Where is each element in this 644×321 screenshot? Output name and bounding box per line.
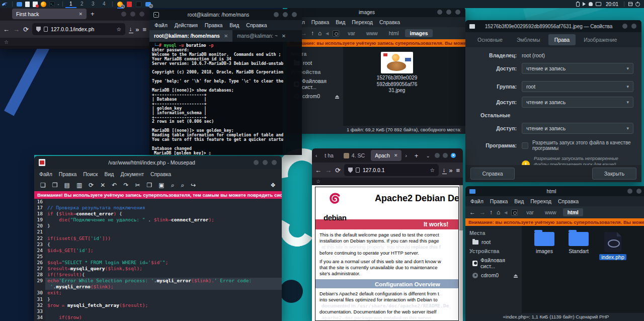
maximize-button[interactable] (283, 12, 288, 17)
maximize-button[interactable] (263, 160, 268, 165)
url-bar[interactable]: 127.0.0.1 ☆ (344, 164, 439, 176)
breadcrumb-item[interactable]: var (343, 29, 360, 37)
terminal-launcher-icon[interactable]: >_ (49, 2, 55, 7)
firefox-launcher-icon[interactable] (41, 2, 46, 7)
sidebar-item-filesystem[interactable]: Файловая сист... (465, 256, 522, 271)
maximize-button[interactable] (443, 153, 448, 158)
breadcrumb-item[interactable]: html (384, 29, 404, 37)
title-bar[interactable]: html (465, 186, 644, 196)
forward-icon[interactable]: → (325, 167, 332, 174)
scroll-tabs-right-icon[interactable]: › (404, 153, 408, 158)
url-bar[interactable]: 127.0.0.1/index.ph ☆ (32, 23, 125, 35)
workspace-button[interactable]: 3 (88, 0, 99, 8)
maximize-button[interactable] (622, 24, 627, 29)
import-bookmarks-icon[interactable]: ☆ (4, 39, 9, 45)
url-text[interactable]: 127.0.0.1 (363, 167, 385, 173)
minimize-button[interactable] (437, 10, 442, 15)
close-window-button[interactable] (455, 10, 460, 15)
overflow-chevron-icon[interactable]: » (449, 167, 452, 174)
notifications-tray-icon[interactable] (589, 2, 593, 6)
back-icon[interactable]: ← (3, 26, 10, 33)
close-file-icon[interactable]: ✕ (100, 182, 105, 189)
reload-icon[interactable]: ⟳ (335, 167, 341, 174)
undo-icon[interactable]: ↶ (112, 182, 117, 189)
menu-item[interactable]: Справка (150, 171, 171, 177)
reload-icon[interactable]: ⟳ (89, 182, 94, 189)
menu-item[interactable]: Файл (154, 22, 168, 28)
search-replace-icon[interactable]: ⌕ (181, 182, 184, 189)
forward-icon[interactable]: → (13, 26, 20, 33)
workspace-button[interactable]: 4 (99, 0, 110, 8)
breadcrumb-item[interactable]: images (405, 29, 432, 37)
menu-item[interactable]: Справка (558, 198, 579, 204)
taskbar-firefox-icon[interactable]: 2 (117, 2, 123, 7)
home-icon[interactable]: ⌂ (497, 209, 500, 216)
bookmark-star-icon[interactable]: ☆ (116, 26, 121, 33)
hamburger-menu-icon[interactable]: ≡ (456, 167, 460, 174)
menu-item[interactable]: Файл (470, 198, 484, 204)
go-to-icon[interactable]: ↪ (191, 182, 196, 189)
menu-item[interactable]: Правка (59, 171, 76, 177)
menu-item[interactable]: Действия (175, 22, 198, 28)
menu-item[interactable]: Переход (352, 19, 373, 25)
close-window-button[interactable] (139, 12, 144, 17)
filesystem-icon[interactable] (511, 209, 518, 216)
clock[interactable]: 20:01 (606, 2, 618, 7)
maximize-button[interactable] (636, 189, 641, 194)
close-tab-icon[interactable]: ✕ (78, 12, 83, 17)
menu-item[interactable]: Документ (120, 171, 144, 177)
redo-icon[interactable]: ↷ (123, 182, 128, 189)
close-button[interactable]: Закрыть (592, 168, 636, 180)
close-window-button[interactable] (272, 160, 277, 165)
tracking-shield-icon[interactable] (348, 168, 353, 173)
tab-apache[interactable]: Apach ✕ (371, 150, 401, 161)
hamburger-menu-icon[interactable]: ≡ (142, 26, 146, 33)
minimize-button[interactable] (121, 12, 126, 17)
breadcrumb-item[interactable]: www (362, 29, 382, 37)
properties-tab[interactable]: Основные (471, 34, 509, 45)
file-item-index-php[interactable]: index.php (599, 232, 626, 260)
url-text[interactable]: 127.0.0.1/index.ph (51, 26, 94, 32)
menu-item[interactable]: Вид (514, 198, 524, 204)
menu-item[interactable]: Поиск (83, 171, 98, 177)
folder-item-images[interactable]: images (531, 232, 558, 260)
menu-item[interactable]: Правка (311, 19, 329, 25)
packages-tray-icon[interactable] (628, 2, 632, 6)
page-info-icon[interactable] (356, 168, 360, 173)
taskbar-mousepad-icon[interactable] (127, 2, 132, 7)
title-bar[interactable]: 15276b3f09e0029592db899056af7631.jpeg — … (465, 20, 641, 32)
tab-first-hack[interactable]: First hack ✕ (12, 9, 87, 19)
menu-item[interactable]: Вид (229, 22, 239, 28)
tracking-shield-icon[interactable] (36, 27, 41, 32)
workspace-button[interactable]: 2 (76, 0, 88, 8)
maximize-button[interactable] (446, 10, 451, 15)
eject-icon[interactable] (514, 274, 518, 276)
group-access-select[interactable]: чтение и запись ▾ (522, 97, 633, 108)
maximize-button[interactable] (130, 12, 135, 17)
owner-access-select[interactable]: чтение и запись ▾ (522, 63, 633, 74)
close-tab-icon[interactable]: ✕ (394, 153, 398, 158)
list-tabs-icon[interactable]: ⌄ (424, 153, 431, 158)
menu-item[interactable]: Вид (104, 171, 114, 177)
minimize-button[interactable] (627, 189, 632, 194)
terminal-tab-mans[interactable]: mans@kaliman: ~ ✕ (232, 30, 290, 42)
sidebar-item-root[interactable]: root (465, 237, 522, 247)
title-bar[interactable]: >_ root@kaliman: /home/mans (149, 9, 302, 20)
new-tab-button[interactable]: + (415, 152, 419, 159)
filesystem-icon[interactable] (333, 30, 339, 37)
mousepad-launcher-icon[interactable] (33, 2, 38, 7)
back-icon[interactable]: ← (315, 167, 321, 174)
scroll-tabs-left-icon[interactable]: ‹ (314, 153, 318, 158)
clipboard-tray-icon[interactable] (576, 2, 580, 7)
others-access-select[interactable]: чтение и запись ▾ (522, 123, 633, 134)
terminal-tab-root[interactable]: root@kaliman: /home/mans ✕ (149, 30, 232, 42)
collapse-path-icon[interactable]: ◂ (326, 30, 329, 37)
file-manager-launcher-icon[interactable] (17, 2, 22, 7)
copy-icon[interactable]: ❒ (147, 182, 152, 189)
close-window-button[interactable] (631, 24, 636, 29)
taskbar-thunar-icon[interactable]: 2 (145, 2, 151, 7)
collapse-path-icon[interactable]: ◂ (504, 209, 507, 216)
allow-execute-checkbox[interactable] (522, 142, 528, 149)
new-tab-button[interactable]: + (91, 10, 95, 18)
close-window-button[interactable]: ✕ (451, 153, 456, 158)
